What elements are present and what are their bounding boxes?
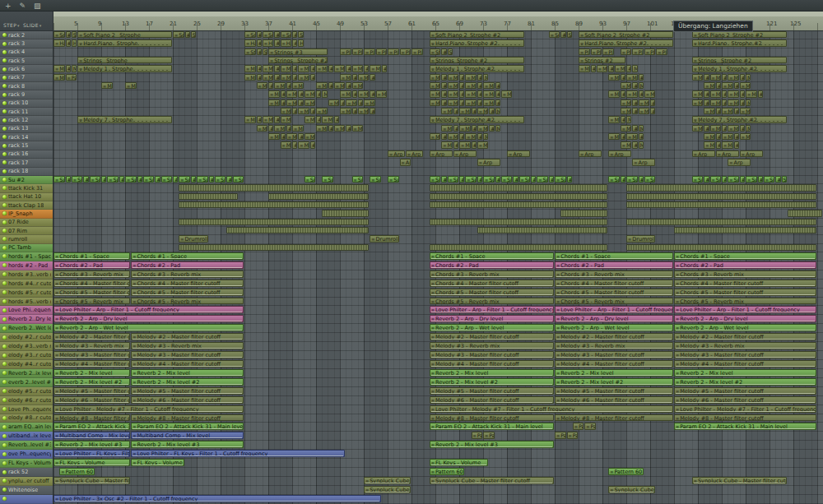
automation-clip[interactable]: ≡Melody #6 - Master filter cutoff [131, 396, 244, 404]
pattern-clip[interactable]: ≡Mel. 7 [263, 116, 274, 123]
pattern-clip[interactable]: #2 [101, 176, 106, 183]
pattern-clip[interactable]: # [734, 141, 739, 148]
pattern-clip[interactable]: Mel. 2 [746, 74, 751, 81]
automation-clip[interactable]: ≡Synpluck Cube - Master filter cutoff [53, 477, 130, 484]
track-header[interactable]: rack 13 [0, 125, 53, 133]
pattern-clip[interactable]: # [268, 82, 273, 89]
pattern-clip[interactable]: ≡Su. #2 [501, 176, 513, 183]
track-led[interactable] [2, 398, 7, 402]
pattern-clip[interactable]: # [358, 99, 363, 106]
pattern-clip[interactable]: ≡Arp [400, 159, 412, 165]
track-header[interactable]: rack 7 [0, 74, 53, 82]
track-led[interactable] [2, 186, 7, 190]
pattern-clip[interactable]: St. gs [263, 49, 267, 55]
pattern-clip[interactable]: ≡Mel. 3 [274, 82, 286, 89]
automation-clip[interactable]: ≡Love Philter - Arp - Filter 1 - Cutoff … [555, 306, 673, 313]
pattern-clip[interactable]: ≡Su. #2 [90, 176, 101, 183]
track-header[interactable]: Reverb 2..ix level [0, 369, 53, 378]
pattern-clip[interactable]: # [346, 82, 351, 89]
pattern-clip[interactable]: # [281, 133, 286, 140]
pattern-clip[interactable]: ≡Me. 9 [704, 133, 715, 140]
playlist-lane[interactable]: ≡Melody #4 - Master filter cutoff≡Melody… [53, 360, 823, 369]
track-header[interactable]: hords #3..verb mix [0, 270, 53, 280]
pattern-clip[interactable]: ≡Strings _Strophe #2 [692, 57, 787, 63]
pattern-clip[interactable]: ≡Arp [728, 159, 751, 165]
track-led[interactable] [2, 443, 7, 447]
pattern-clip[interactable]: ≡Pluck [400, 49, 412, 55]
pattern-clip[interactable]: ≡Mel. 8 [459, 125, 471, 132]
pattern-clip[interactable]: ≡Mel. 4 [483, 90, 495, 97]
track-led[interactable] [2, 479, 7, 483]
pattern-clip[interactable]: ≡Arp [453, 150, 477, 157]
track-led[interactable] [2, 497, 7, 501]
playlist-lane[interactable]: ≡Reverb 2 - Mix level #3≡Reverb 2 - Mix … [53, 441, 823, 450]
playlist-lane[interactable] [53, 227, 823, 235]
pattern-clip[interactable]: # [740, 99, 745, 106]
pattern-clip[interactable]: # [632, 141, 637, 148]
pattern-clip[interactable]: # [472, 141, 477, 148]
pattern-clip[interactable]: ≡Sub [322, 176, 333, 183]
pattern-clip[interactable]: # [591, 65, 596, 72]
pattern-clip[interactable]: ≡Me. 0 [441, 141, 453, 148]
pattern-clip[interactable] [179, 244, 369, 251]
automation-clip[interactable]: ≡Chords #4 - Master filter cutoff [430, 280, 554, 287]
pattern-clip[interactable]: ≡Mel. 1 [334, 65, 346, 72]
pattern-clip[interactable]: ≡Drumroll [626, 235, 655, 242]
automation-clip[interactable]: ≡Melody #4 - Master filter cutoff [53, 360, 130, 368]
pattern-clip[interactable] [430, 219, 608, 225]
pattern-clip[interactable]: #2 [173, 176, 178, 183]
pattern-clip[interactable]: # [292, 108, 297, 114]
track-header[interactable]: FL Keys - Volume [0, 459, 53, 468]
pattern-clip[interactable]: #2 [191, 176, 196, 183]
track-header[interactable]: elody #6..r cutoff [0, 396, 53, 405]
automation-clip[interactable]: ≡Melody #4 - Master filter cutoff [555, 360, 673, 368]
pattern-clip[interactable]: #2 [513, 176, 518, 183]
pattern-clip[interactable]: #2 [459, 176, 464, 183]
pattern-clip[interactable]: ≡Mel. 3 [740, 82, 751, 89]
pattern-clip[interactable]: # [459, 99, 464, 106]
track-header[interactable]: rack 16 [0, 150, 53, 159]
pattern-clip[interactable]: ≡Pluck [579, 49, 590, 55]
pattern-clip[interactable]: ≡Mel. 5 [710, 99, 722, 106]
track-header[interactable]: Su #2 [0, 176, 53, 184]
pattern-clip[interactable]: ≡Mel. 8 [477, 125, 489, 132]
pattern-clip[interactable]: ≡Su. #2 [125, 176, 137, 183]
track-header[interactable]: aram EQ..ain level [0, 423, 53, 432]
automation-clip[interactable]: ≡Chords #3 - Reverb mix [430, 270, 554, 278]
pattern-clip[interactable]: ≡Me. 9 [448, 133, 459, 140]
pattern-clip[interactable]: # [639, 74, 644, 81]
pattern-clip[interactable]: ≡Mel. 6 [639, 108, 650, 114]
pattern-clip[interactable]: # [459, 82, 464, 89]
pattern-clip[interactable]: ≡Mel. 4 [305, 90, 316, 97]
pattern-clip[interactable]: ≡Melody 1 _Strophe #2 [430, 65, 524, 72]
pattern-clip[interactable]: ≡Ha. o [281, 39, 292, 46]
track-led[interactable] [2, 488, 7, 492]
automation-clip[interactable]: ≡Chords #3 - Reverb mix [555, 270, 673, 278]
track-header[interactable]: rack 12 [0, 116, 53, 124]
track-header[interactable]: rack 14 [0, 133, 53, 141]
pattern-clip[interactable]: ≡Mel. 5 [430, 99, 441, 106]
automation-clip[interactable]: ≡Chords #3 - Reverb mix [131, 270, 244, 278]
pattern-clip[interactable]: # [477, 74, 482, 81]
track-header[interactable]: rack 10 [0, 99, 53, 108]
pattern-clip[interactable] [430, 184, 608, 191]
automation-clip[interactable]: ≡Melody #5 - Master filter cutoff [53, 387, 130, 395]
pattern-clip[interactable]: # [382, 65, 387, 72]
pattern-clip[interactable]: ≡Pluck [602, 49, 614, 55]
pattern-clip[interactable]: # [704, 99, 709, 106]
pattern-clip[interactable]: # [632, 125, 637, 132]
track-led[interactable] [2, 84, 7, 88]
pattern-clip[interactable]: ≡Pluck [412, 49, 423, 55]
track-led[interactable] [2, 93, 7, 97]
pattern-clip[interactable]: #2 [119, 176, 124, 183]
track-led[interactable] [2, 33, 7, 37]
track-header[interactable]: elody #3..verb mix [0, 342, 53, 351]
pattern-clip[interactable]: ≡Mel. 6 [340, 108, 351, 114]
pattern-clip[interactable]: ≡Mel. 8 [692, 125, 704, 132]
playlist-lane[interactable]: ≡Strings _Strophe≡Strings _Strophe #2≡St… [53, 57, 823, 65]
track-led[interactable] [2, 389, 7, 393]
pattern-clip[interactable]: ≡Mel. 2 [710, 74, 722, 81]
pattern-clip[interactable]: ≡Pluck [621, 49, 632, 55]
pattern-clip[interactable]: ≡Mel. 1 [579, 65, 590, 72]
pattern-clip[interactable]: # [734, 82, 739, 89]
